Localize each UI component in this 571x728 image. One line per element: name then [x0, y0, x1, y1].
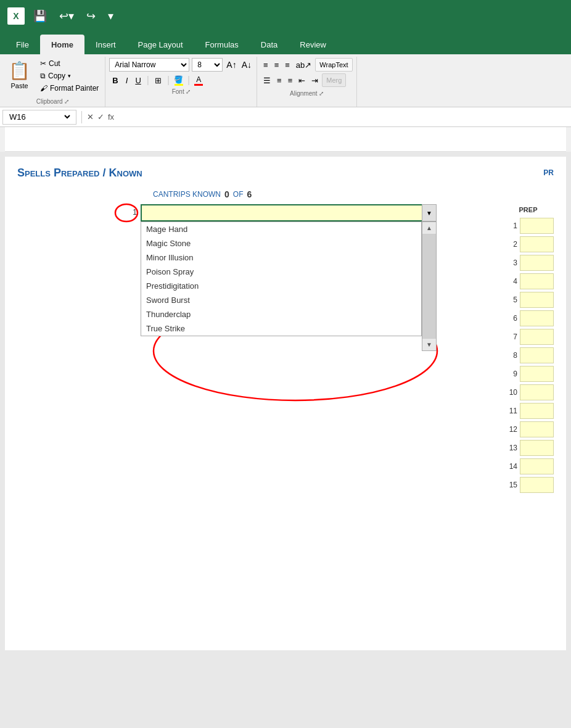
cell-reference-box: W16: [2, 110, 76, 125]
dropdown-item-poison-spray[interactable]: Poison Spray: [141, 265, 421, 279]
prep-cell-9[interactable]: [520, 366, 554, 382]
dropdown-item-thunderclap[interactable]: Thunderclap: [141, 307, 421, 321]
prep-cell-11[interactable]: [520, 403, 554, 419]
tab-data[interactable]: Data: [250, 35, 289, 54]
spell-right-row-15: 15: [503, 476, 554, 494]
confirm-formula-icon[interactable]: ✓: [97, 112, 104, 122]
tab-insert[interactable]: Insert: [84, 35, 127, 54]
circle-annotation-1: [111, 202, 142, 226]
spell-right-row-7: 7: [503, 328, 554, 345]
formula-input[interactable]: [117, 112, 569, 122]
prep-cell-1[interactable]: [520, 218, 554, 234]
align-center-button[interactable]: ≡: [274, 75, 284, 86]
prep-cell-2[interactable]: [520, 236, 554, 252]
dropdown-arrow-1[interactable]: ▼: [422, 204, 437, 221]
scroll-up-arrow[interactable]: ▲: [422, 222, 436, 234]
copy-button[interactable]: ⧉ Copy ▾: [38, 70, 101, 81]
redo-button[interactable]: ↪: [83, 7, 99, 25]
underline-button[interactable]: U: [132, 73, 144, 87]
indent-increase-button[interactable]: ⇥: [309, 75, 321, 86]
prep-cell-5[interactable]: [520, 292, 554, 308]
format-painter-button[interactable]: 🖌 Format Painter: [38, 83, 101, 94]
tab-formulas[interactable]: Formulas: [194, 35, 250, 54]
dropdown-item-true-strike[interactable]: True Strike: [141, 321, 421, 336]
prep-cell-10[interactable]: [520, 384, 554, 400]
row-1-number: 1: [133, 208, 137, 217]
alignment-group: ≡ ≡ ≡ ab↗ Wrap Text ☰ ≡ ≡ ⇤ ⇥ Merg Align…: [257, 57, 357, 107]
clipboard-content: 📋 Paste ✂ Cut ⧉ Copy ▾ 🖌 Format Painter: [4, 58, 101, 97]
dropdown-item-minor-illusion[interactable]: Minor Illusion: [141, 250, 421, 265]
dropdown-item-prestidigitation[interactable]: Prestidigitation: [141, 279, 421, 293]
dropdown-list-1[interactable]: Mage Hand Magic Stone Minor Illusion Poi…: [141, 221, 422, 336]
spell-right-row-8: 8: [503, 347, 554, 364]
dropdown-item-mage-hand[interactable]: Mage Hand: [141, 222, 421, 236]
fill-color-button[interactable]: 🪣: [172, 75, 185, 86]
alignment-expand-icon[interactable]: ⤢: [319, 90, 324, 97]
save-button[interactable]: 💾: [30, 7, 51, 25]
indent-decrease-button[interactable]: ⇤: [296, 75, 308, 86]
align-left-button[interactable]: ☰: [261, 75, 273, 86]
format-painter-label: Format Painter: [50, 84, 99, 93]
right-row-num-1: 1: [503, 221, 517, 230]
font-size-select[interactable]: 8: [192, 58, 223, 72]
right-row-num-10: 10: [503, 388, 517, 397]
prep-cell-4[interactable]: [520, 273, 554, 289]
dropdown-scrollbar[interactable]: ▲ ▼: [422, 221, 437, 351]
font-expand-icon[interactable]: ⤢: [186, 88, 191, 95]
ribbon: 📋 Paste ✂ Cut ⧉ Copy ▾ 🖌 Format Painter: [0, 54, 571, 107]
quick-access-more[interactable]: ▾: [104, 7, 117, 25]
undo-button[interactable]: ↩▾: [55, 7, 78, 25]
tab-page-layout[interactable]: Page Layout: [127, 35, 194, 54]
main-area: Spells Prepared / Known PR CANTRIPS KNOW…: [0, 127, 571, 728]
italic-button[interactable]: I: [123, 73, 131, 87]
prep-cell-15[interactable]: [520, 477, 554, 493]
spell-dropdown-1[interactable]: ▼ Mage Hand Magic Stone Minor Illusion P…: [141, 204, 437, 221]
align-row2: ☰ ≡ ≡ ⇤ ⇥ Merg: [261, 73, 353, 87]
dropdown-item-sword-burst[interactable]: Sword Burst: [141, 293, 421, 307]
formula-icons: ✕ ✓ fx: [87, 112, 114, 122]
wrap-text-button[interactable]: Wrap Text: [315, 58, 352, 72]
increase-font-button[interactable]: A↑: [225, 60, 237, 70]
prep-cell-6[interactable]: [520, 310, 554, 326]
format-painter-icon: 🖌: [40, 84, 47, 93]
prep-cell-13[interactable]: [520, 440, 554, 456]
font-color-button[interactable]: A: [192, 75, 205, 86]
dropdown-item-magic-stone[interactable]: Magic Stone: [141, 236, 421, 250]
cantrips-max: 6: [247, 189, 252, 199]
cut-button[interactable]: ✂ Cut: [38, 58, 101, 69]
scroll-down-arrow[interactable]: ▼: [422, 338, 436, 350]
align-top-right-button[interactable]: ≡: [282, 59, 292, 71]
font-name-select[interactable]: Arial Narrow: [109, 58, 189, 72]
pr-text: PR: [543, 168, 554, 177]
angle-text-button[interactable]: ab↗: [294, 59, 314, 71]
copy-dropdown-icon[interactable]: ▾: [68, 73, 71, 79]
spell-right-row-5: 5: [503, 291, 554, 308]
decrease-font-button[interactable]: A↓: [240, 60, 253, 70]
spell-input-1[interactable]: [141, 204, 437, 221]
spell-right-row-4: 4: [503, 273, 554, 290]
paste-button[interactable]: 📋 Paste: [4, 58, 35, 92]
sheet-wrapper[interactable]: Spells Prepared / Known PR CANTRIPS KNOW…: [0, 152, 571, 728]
font-color-icon: A: [196, 75, 201, 84]
insert-function-icon[interactable]: fx: [108, 112, 114, 122]
tab-review[interactable]: Review: [289, 35, 337, 54]
cell-ref-select[interactable]: W16: [7, 112, 72, 122]
tab-home[interactable]: Home: [40, 35, 84, 54]
prep-header: PREP: [503, 206, 554, 213]
cancel-formula-icon[interactable]: ✕: [87, 112, 94, 122]
align-top-left-button[interactable]: ≡: [261, 59, 271, 71]
merge-button[interactable]: Merg: [322, 73, 346, 87]
prep-cell-14[interactable]: [520, 458, 554, 474]
prep-cell-12[interactable]: [520, 421, 554, 437]
spell-row-1: 1 ▼ Mage Hand Magic Stone Minor Illusion: [116, 204, 554, 221]
border-button[interactable]: ⊞: [152, 73, 165, 87]
right-row-num-6: 6: [503, 314, 517, 323]
clipboard-expand-icon[interactable]: ⤢: [64, 98, 69, 105]
prep-cell-8[interactable]: [520, 347, 554, 363]
prep-cell-3[interactable]: [520, 255, 554, 271]
prep-cell-7[interactable]: [520, 329, 554, 345]
bold-button[interactable]: B: [109, 73, 121, 87]
tab-file[interactable]: File: [5, 35, 40, 54]
align-right-button[interactable]: ≡: [286, 75, 295, 86]
align-top-center-button[interactable]: ≡: [272, 59, 282, 71]
